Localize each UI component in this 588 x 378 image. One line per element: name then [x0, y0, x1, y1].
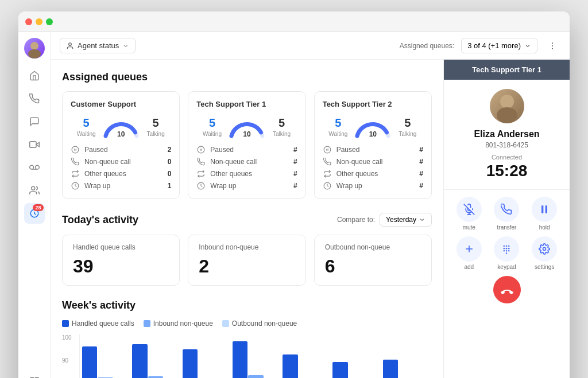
sidebar-item-voicemail[interactable]: [24, 157, 45, 178]
gauge-1: 10: [227, 115, 267, 138]
close-button[interactable]: [25, 18, 32, 25]
paused-icon-0: [71, 145, 80, 154]
nonqueue-icon-2: [323, 157, 332, 166]
handled-bar: [132, 344, 147, 378]
talking-label-2: Talking: [397, 131, 417, 137]
gauge-total-2: 10: [369, 130, 377, 138]
talking-stat-0: 5 Talking: [146, 116, 166, 137]
wrapup-value-2: #: [414, 182, 423, 190]
paused-value-2: #: [414, 146, 423, 154]
legend-outbound: Outbound non-queue: [222, 319, 297, 328]
waiting-count-0: 5: [76, 116, 96, 130]
outbound-value: 6: [325, 256, 421, 277]
add-icon: [457, 236, 482, 262]
connected-label: Connected: [492, 154, 522, 161]
queue-selector-button[interactable]: 3 of 4 (+1 more): [461, 38, 537, 53]
more-options-button[interactable]: [544, 38, 560, 54]
otherqueues-value-0: 0: [162, 170, 171, 178]
add-button[interactable]: add: [453, 236, 485, 270]
stat-row: Non-queue call #: [196, 157, 297, 166]
sidebar-item-phone[interactable]: [24, 88, 45, 109]
svg-point-17: [72, 146, 79, 153]
handled-bar: [183, 349, 198, 378]
svg-point-39: [504, 248, 505, 250]
sidebar-item-contacts[interactable]: [24, 180, 45, 201]
caller-name: Eliza Andersen: [474, 129, 539, 139]
assigned-queues-label: Assigned queues:: [400, 42, 454, 50]
talking-label-0: Talking: [146, 131, 166, 137]
transfer-icon: [494, 197, 519, 222]
waiting-stat-1: 5 Waiting: [202, 116, 222, 137]
svg-marker-2: [36, 142, 39, 147]
otherqueues-value-1: #: [288, 170, 297, 178]
nonqueue-icon-1: [196, 157, 206, 166]
weeks-activity-section: Week's activity Handled queue calls Inbo…: [62, 299, 432, 378]
hold-button[interactable]: hold: [528, 197, 560, 231]
talking-stat-1: 5 Talking: [272, 116, 292, 137]
legend-outbound-label: Outbound non-queue: [232, 319, 297, 328]
nonqueue-value-2: #: [414, 158, 423, 166]
title-bar: [18, 11, 570, 32]
queue-cards: Customer Support 5 Waiting: [62, 91, 432, 199]
assigned-queues-title: Assigned queues: [62, 71, 432, 83]
waiting-stat-0: 5 Waiting: [76, 116, 96, 137]
legend-inbound-dot: [144, 320, 150, 327]
sidebar-item-chat[interactable]: [24, 111, 45, 132]
svg-rect-32: [541, 205, 543, 213]
sidebar-item-video[interactable]: [24, 134, 45, 155]
queue-dropdown-icon: [524, 42, 531, 49]
activity-card-inbound: Inbound non-queue 2: [188, 235, 305, 286]
paused-value-0: 2: [162, 146, 171, 154]
queue-title-1: Tech Support Tier 1: [196, 100, 297, 108]
legend-handled: Handled queue calls: [62, 319, 134, 328]
settings-button[interactable]: settings: [528, 236, 560, 270]
sidebar-item-grid[interactable]: [24, 371, 45, 378]
agent-status-button[interactable]: Agent status: [60, 38, 136, 53]
bar-group: [332, 362, 379, 378]
queue-card-tech-tier2: Tech Support Tier 2 5 Waiting: [314, 91, 432, 199]
todays-activity-header: Today's activity Compare to: Yesterday: [62, 213, 432, 227]
end-call-icon: [501, 283, 513, 296]
svg-point-44: [508, 250, 510, 252]
keypad-label: keypad: [497, 264, 516, 270]
svg-point-45: [506, 252, 508, 254]
nonqueue-label-0: Non-queue call: [84, 158, 157, 166]
transfer-button[interactable]: transfer: [491, 197, 523, 231]
otherqueues-icon-2: [323, 169, 332, 178]
stat-row: Other queues 0: [71, 169, 171, 178]
sidebar: 28: [18, 32, 51, 378]
call-controls: mute transfer: [444, 190, 570, 378]
waiting-label-2: Waiting: [328, 131, 348, 137]
maximize-button[interactable]: [46, 18, 53, 25]
svg-point-1: [28, 49, 41, 59]
handled-value: 39: [73, 256, 169, 277]
nonqueue-label-1: Non-queue call: [210, 158, 283, 166]
mute-button[interactable]: mute: [453, 197, 485, 231]
mute-label: mute: [463, 224, 475, 231]
paused-label-1: Paused: [210, 146, 283, 154]
end-call-button[interactable]: [493, 276, 521, 303]
avatar[interactable]: [24, 38, 45, 59]
stat-row: Non-queue call 0: [71, 157, 171, 166]
gauge-section-0: 5 Waiting 10: [71, 115, 171, 138]
svg-point-25: [324, 146, 331, 153]
otherqueues-icon-1: [196, 169, 206, 178]
transfer-label: transfer: [497, 224, 517, 231]
waiting-stat-2: 5 Waiting: [328, 116, 348, 137]
bar-group: [383, 360, 430, 378]
app-window: 28: [18, 11, 570, 378]
activity-card-handled: Handled queue calls 39: [62, 235, 180, 286]
sidebar-item-home[interactable]: [24, 65, 45, 86]
handled-bar: [332, 362, 347, 378]
compare-select-button[interactable]: Yesterday: [380, 213, 432, 227]
sidebar-item-queues[interactable]: 28: [24, 203, 45, 224]
svg-point-43: [506, 250, 508, 252]
stat-row: Wrap up #: [323, 181, 423, 190]
panel-header: Tech Support Tier 1: [444, 60, 570, 80]
keypad-button[interactable]: keypad: [491, 236, 523, 270]
minimize-button[interactable]: [36, 18, 42, 25]
handled-bar: [283, 354, 297, 378]
bar-group: [82, 346, 129, 378]
scroll-area[interactable]: Assigned queues Customer Support 5 Waiti…: [51, 60, 443, 378]
bar-group: [183, 349, 229, 378]
